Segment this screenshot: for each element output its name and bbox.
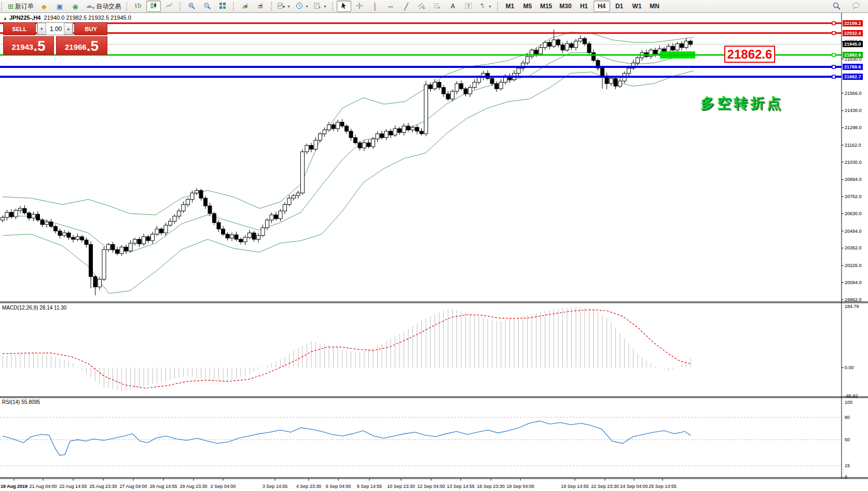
search-button[interactable] (829, 1, 844, 12)
equidistant-channel-button[interactable]: E (415, 1, 429, 12)
sell-button[interactable]: SELL (3, 22, 36, 35)
chinese-annotation-text[interactable]: 多空转折点 (700, 94, 783, 113)
line-chart-button[interactable] (162, 1, 176, 12)
buy-button[interactable]: BUY (74, 22, 107, 35)
volume-increase-button[interactable]: ▲ (64, 23, 73, 35)
horizontal-line-icon: ─ (388, 3, 393, 10)
auto-scroll-icon (241, 2, 249, 10)
tf-m5-button[interactable]: M5 (519, 1, 536, 12)
chart-shift-button[interactable] (253, 1, 268, 12)
new-order-icon: ⊞ (8, 3, 13, 10)
zoom-in-icon (188, 2, 195, 10)
price-axis-tick: 21566.0 (845, 91, 862, 96)
toolbar-group: ▼▼▼ (270, 0, 331, 12)
shapes-icon (479, 2, 486, 10)
tf-w1-button[interactable]: W1 (629, 1, 645, 12)
toolbar-group: ⊞新订单◆▣◉☁●自动交易 (0, 0, 125, 12)
market-watch-button[interactable]: ◆ (37, 1, 51, 12)
dropdown-arrow-icon[interactable]: ▼ (305, 5, 309, 8)
toolbar-group (178, 0, 232, 12)
chart-shift-icon (257, 2, 264, 10)
dropdown-arrow-icon[interactable]: ▼ (488, 5, 492, 8)
text-button[interactable]: A (446, 1, 460, 12)
sell-price-button[interactable]: 21943.5 (3, 36, 54, 55)
zoom-out-icon (203, 2, 211, 10)
tf-h4-button[interactable]: H4 (594, 1, 610, 12)
tf-m30-button[interactable]: M30 (556, 1, 574, 12)
tf-mn-button[interactable]: MN (646, 1, 663, 12)
cursor-button[interactable] (337, 1, 351, 12)
price-line-label: 21945.0 (843, 41, 863, 47)
time-axis-label: 25 Aug 23:30 (89, 484, 117, 489)
shapes-button[interactable]: ▼ (477, 1, 494, 12)
buy-price-button[interactable]: 21966.5 (56, 36, 107, 55)
svg-text:E: E (423, 6, 425, 9)
tf-m1-label: M1 (506, 3, 515, 10)
volume-decrease-button[interactable]: ▼ (37, 23, 46, 35)
signals-button[interactable]: ◉ (68, 1, 82, 12)
time-axis-label: 25 Sep 14:55 (649, 484, 677, 489)
price-line-label: 21862.6 (843, 52, 863, 58)
time-axis-label: 29 Aug 23:30 (180, 484, 207, 489)
periods-icon (296, 2, 303, 10)
tf-m15-button[interactable]: M15 (537, 1, 555, 12)
time-axis-label: 2 Sep 04:00 (211, 484, 236, 489)
rsi-axis-tick: 100 (845, 400, 852, 405)
toolbar-group: M1M5M15M30H1H4D1W1MN (496, 0, 665, 12)
text-label-button[interactable]: T (461, 1, 476, 12)
chart-canvas[interactable] (0, 12, 868, 491)
one-click-trading-panel: SELL ▼ 1.00 ▲ BUY 21943.5 21966.5 (3, 22, 107, 55)
chart-window[interactable]: ▲JPN225-,H4 21940.0 21982.5 21932.5 2194… (0, 12, 868, 491)
macd-signal-value: 11.30 (54, 305, 66, 311)
profiles-button[interactable]: ▣ (52, 1, 67, 12)
time-axis-label: 24 Sep 04:00 (620, 484, 648, 489)
time-axis-label: 12 Sep 04:00 (417, 484, 445, 489)
zoom-in-button[interactable] (184, 1, 199, 12)
tf-m30-label: M30 (559, 3, 571, 10)
chat-button[interactable] (849, 1, 863, 12)
price-callout-text-object[interactable]: 21862.6 (724, 46, 775, 63)
trendline-icon: ╱ (404, 3, 408, 10)
new-order-button[interactable]: ⊞新订单 (6, 1, 36, 12)
price-axis-tick: 21030.0 (845, 160, 862, 165)
indicators-button[interactable]: ▼ (275, 1, 293, 12)
vertical-line-button[interactable]: │ (368, 1, 382, 12)
tf-w1-label: W1 (632, 3, 642, 10)
volume-input[interactable]: 1.00 (46, 23, 64, 35)
periods-button[interactable]: ▼ (294, 1, 311, 12)
fibonacci-button[interactable]: F (430, 1, 445, 12)
tf-m1-button[interactable]: M1 (502, 1, 518, 12)
templates-button[interactable]: ▼ (312, 1, 329, 12)
price-axis-tick: 20226.0 (845, 263, 862, 268)
tf-h1-button[interactable]: H1 (576, 1, 593, 12)
auto-trading-label: 自动交易 (96, 2, 121, 11)
text-icon: A (451, 3, 456, 10)
time-axis-label: 3 Sep 14:55 (263, 484, 288, 489)
crosshair-button[interactable] (352, 1, 367, 12)
tf-m5-label: M5 (523, 3, 532, 10)
price-axis-tick: 19962.0 (845, 297, 862, 302)
price-axis-tick: 21162.0 (845, 143, 861, 148)
price-line-label: 22109.2 (843, 20, 863, 26)
candlestick-chart-icon (150, 2, 157, 10)
candlestick-chart-button[interactable] (146, 1, 161, 12)
dropdown-arrow-icon[interactable]: ▼ (287, 5, 291, 8)
rsi-indicator-label: RSI(14) 55.8095 (2, 399, 40, 405)
bar-chart-icon (134, 2, 142, 10)
price-line-label: 21692.7 (843, 74, 863, 80)
dropdown-arrow-icon[interactable]: ▼ (323, 5, 327, 8)
time-axis-label: 19 Aug 2019 (1, 484, 27, 489)
bar-chart-button[interactable] (131, 1, 145, 12)
svg-text:F: F (438, 6, 440, 9)
symbol-name: JPN225-,H4 (9, 15, 41, 21)
tile-windows-button[interactable] (215, 1, 230, 12)
horizontal-line-button[interactable]: ─ (383, 1, 398, 12)
auto-trading-button[interactable]: ☁●自动交易 (84, 1, 123, 12)
trendline-button[interactable]: ╱ (399, 1, 414, 12)
tf-d1-button[interactable]: D1 (611, 1, 628, 12)
auto-scroll-button[interactable] (238, 1, 252, 12)
profiles-icon: ▣ (57, 3, 63, 10)
collapse-panel-icon[interactable]: ▲ (3, 16, 7, 21)
zoom-out-button[interactable] (200, 1, 214, 12)
sell-price-main: 21943 (11, 41, 33, 53)
